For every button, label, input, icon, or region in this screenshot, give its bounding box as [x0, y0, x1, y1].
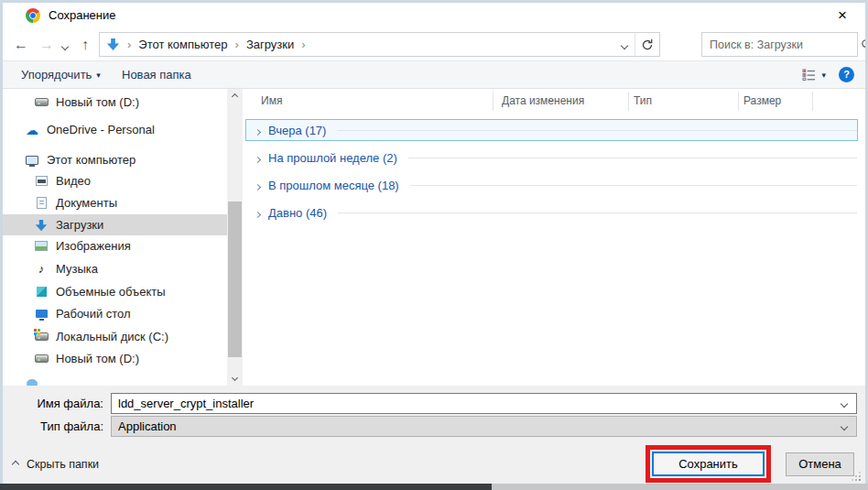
new-folder-button[interactable]: Новая папка	[114, 61, 199, 88]
forward-button[interactable]: →	[36, 34, 58, 56]
help-button[interactable]: ?	[839, 67, 854, 82]
sidebar-scrollbar[interactable]	[227, 89, 243, 386]
group-label: На прошлой неделе (2)	[268, 151, 397, 165]
filename-combobox[interactable]	[111, 393, 857, 414]
recent-locations-chevron-icon[interactable]	[58, 34, 72, 56]
column-header-size[interactable]: Размер	[743, 94, 781, 107]
column-divider[interactable]	[738, 92, 739, 111]
titlebar[interactable]: Сохранение ×	[3, 3, 865, 28]
organize-label: Упорядочить	[21, 68, 92, 82]
desktop-strip	[492, 484, 868, 490]
column-headers: Имя Дата изменения Тип Размер	[243, 89, 865, 113]
column-header-name[interactable]: Имя	[261, 94, 282, 107]
file-list: Имя Дата изменения Тип Размер Вчера (17)…	[243, 89, 865, 386]
save-dialog-window: Сохранение × ← → ↑ › Этот компьютер › За…	[0, 0, 868, 490]
scrollbar-thumb[interactable]	[228, 201, 242, 357]
downloads-folder-icon	[106, 38, 120, 51]
resize-grip[interactable]	[859, 479, 861, 481]
save-button[interactable]: Сохранить	[652, 452, 765, 476]
group-rule	[338, 212, 857, 213]
hide-folders-button[interactable]: Скрыть папки	[13, 458, 99, 471]
search-input[interactable]	[702, 38, 861, 51]
pictures-icon	[33, 241, 49, 251]
music-icon: ♪	[33, 263, 49, 275]
sidebar-item-videos[interactable]: Видео	[3, 170, 227, 191]
network-icon	[24, 379, 40, 387]
group-label: Вчера (17)	[268, 124, 326, 137]
sidebar-item-label: Видео	[56, 174, 91, 188]
drive-icon	[33, 98, 49, 106]
breadcrumb-this-pc[interactable]: Этот компьютер	[133, 38, 233, 51]
view-caret-icon: ▾	[821, 71, 826, 80]
chrome-icon	[26, 8, 40, 23]
group-expand-chevron-icon[interactable]	[255, 149, 260, 166]
breadcrumb-downloads[interactable]: Загрузки	[241, 38, 299, 51]
details-view-icon	[802, 69, 816, 81]
sidebar-item-downloads[interactable]: Загрузки	[3, 214, 227, 235]
column-header-type[interactable]: Тип	[634, 94, 652, 107]
drive-icon	[33, 354, 49, 363]
desktop-icon	[33, 310, 49, 318]
system-drive-icon	[33, 332, 49, 341]
window-title: Сохранение	[49, 8, 116, 22]
group-row-last-month[interactable]: В прошлом месяце (18)	[245, 174, 858, 196]
back-button[interactable]: ←	[10, 34, 32, 56]
group-expand-chevron-icon[interactable]	[255, 177, 260, 193]
column-divider[interactable]	[493, 92, 494, 111]
sidebar-item-new-volume-d-2[interactable]: Новый том (D:)	[3, 348, 227, 369]
this-pc-icon	[24, 156, 40, 165]
group-row-last-week[interactable]: На прошлой неделе (2)	[245, 147, 858, 169]
column-header-date-modified[interactable]: Дата изменения	[502, 94, 584, 107]
command-toolbar: Упорядочить ▾ Новая папка ▾ ?	[3, 60, 865, 89]
sidebar-item-new-volume-d[interactable]: Новый том (D:)	[3, 92, 227, 113]
cancel-button[interactable]: Отмена	[786, 452, 854, 476]
organize-button[interactable]: Упорядочить ▾	[14, 61, 108, 88]
sidebar-item-label: Изображения	[56, 239, 131, 253]
sidebar-item-label: Рабочий стол	[56, 307, 131, 321]
collapse-chevron-icon	[12, 461, 19, 468]
view-options-button[interactable]: ▾	[802, 69, 826, 81]
sidebar-item-label: Документы	[56, 196, 117, 210]
scroll-down-icon[interactable]	[227, 370, 243, 386]
close-button[interactable]: ×	[831, 5, 853, 26]
sidebar-item-3d-objects[interactable]: Объемные объекты	[3, 281, 227, 302]
sidebar-item-label: Загрузки	[56, 218, 103, 232]
group-expand-chevron-icon[interactable]	[255, 204, 260, 221]
filename-label: Имя файла:	[3, 397, 111, 410]
filetype-label: Тип файла:	[3, 419, 111, 433]
breadcrumb-separator-icon: ›	[233, 38, 241, 51]
taskbar-strip	[0, 484, 492, 490]
group-row-yesterday[interactable]: Вчера (17)	[245, 119, 858, 141]
group-rule	[337, 130, 857, 131]
scroll-up-icon[interactable]	[227, 89, 243, 104]
column-divider[interactable]	[812, 92, 813, 111]
window-border-top	[0, 0, 868, 3]
column-divider[interactable]	[628, 92, 629, 111]
refresh-button[interactable]	[635, 33, 659, 56]
organize-caret-icon: ▾	[96, 71, 101, 80]
sidebar-item-onedrive[interactable]: ☁ OneDrive - Personal	[3, 119, 227, 140]
address-dropdown-chevron-icon[interactable]	[614, 38, 635, 51]
sidebar-item-desktop[interactable]: Рабочий стол	[3, 303, 227, 324]
3d-objects-icon	[33, 287, 49, 297]
group-rule	[410, 185, 857, 186]
sidebar-item-partial[interactable]	[3, 373, 227, 386]
up-button[interactable]: ↑	[74, 34, 96, 56]
sidebar-item-pictures[interactable]: Изображения	[3, 235, 227, 256]
search-box[interactable]	[701, 32, 858, 57]
downloads-icon	[33, 219, 49, 232]
filename-input[interactable]	[112, 397, 856, 410]
filetype-select[interactable]: Application	[111, 416, 857, 437]
sidebar-item-music[interactable]: ♪ Музыка	[3, 258, 227, 279]
group-expand-chevron-icon[interactable]	[255, 122, 260, 138]
filetype-value: Application	[112, 419, 177, 433]
sidebar-item-documents[interactable]: Документы	[3, 192, 227, 213]
sidebar-item-local-disk-c[interactable]: Локальный диск (C:)	[3, 326, 227, 347]
address-bar[interactable]: › Этот компьютер › Загрузки ›	[99, 32, 660, 57]
sidebar-item-this-pc[interactable]: Этот компьютер	[3, 149, 227, 170]
sidebar-item-label: Новый том (D:)	[56, 352, 139, 365]
sidebar-item-label: Объемные объекты	[56, 285, 166, 299]
group-row-long-ago[interactable]: Давно (46)	[245, 201, 858, 223]
navigation-bar: ← → ↑ › Этот компьютер › Загрузки ›	[3, 28, 865, 60]
group-rule	[408, 158, 857, 158]
